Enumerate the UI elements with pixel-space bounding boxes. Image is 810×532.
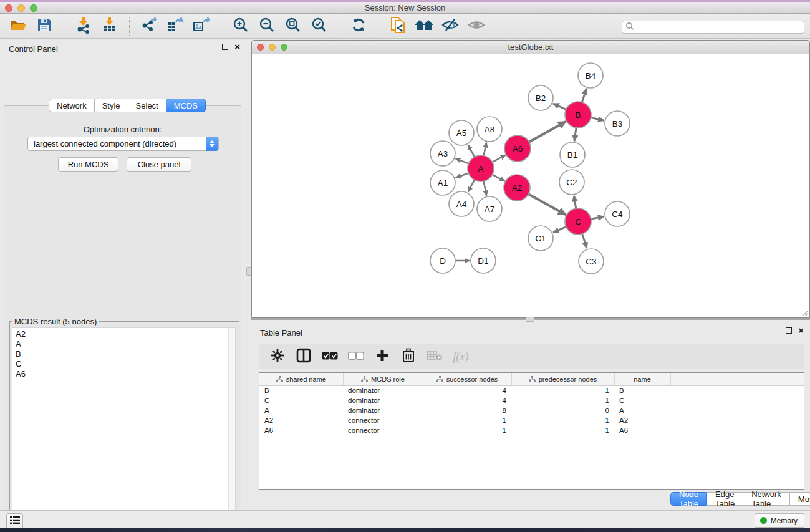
edge-B-B4[interactable] [582, 89, 586, 103]
node-A4[interactable]: A4 [449, 191, 474, 216]
network-canvas[interactable]: B4B2BB3A5A8A6A3B1AA1C2A2A4A7C4CC1C3DD1 [252, 54, 809, 317]
open-session-button[interactable] [7, 16, 29, 36]
import-network-button[interactable] [73, 16, 94, 36]
zoom-in-button[interactable] [230, 16, 251, 36]
mcds-result-item[interactable]: B [16, 349, 235, 359]
node-C4[interactable]: C4 [605, 201, 630, 226]
node-B3[interactable]: B3 [605, 111, 630, 136]
table-row[interactable]: Cdominator41C [259, 395, 804, 405]
column-header-successor-nodes[interactable]: successor nodes [423, 373, 511, 385]
close-panel-icon[interactable]: × [234, 44, 240, 50]
zoom-selected-button[interactable] [309, 16, 330, 36]
mcds-result-item[interactable]: A6 [16, 369, 235, 379]
resize-grip-icon[interactable] [800, 308, 809, 317]
tab-select[interactable]: Select [128, 99, 166, 112]
column-header-shared-name[interactable]: shared name [259, 373, 343, 385]
export-image-button[interactable] [191, 16, 212, 36]
node-B1[interactable]: B1 [560, 142, 585, 167]
tab-network-table[interactable]: Network Table [743, 492, 790, 506]
vertical-splitter-handle[interactable] [246, 267, 251, 276]
node-A2[interactable]: A2 [504, 175, 530, 201]
table-row[interactable]: A2connector11A2 [259, 415, 804, 425]
edge-C-C4[interactable] [591, 216, 604, 219]
import-table-button[interactable] [99, 16, 120, 36]
memory-button[interactable]: Memory [755, 513, 804, 528]
mcds-result-item[interactable]: C [16, 359, 235, 369]
hide-graphics-details-button[interactable] [440, 16, 461, 36]
network-zoom-button[interactable] [281, 44, 287, 51]
search-input[interactable] [637, 21, 804, 33]
network-graph[interactable]: B4B2BB3A5A8A6A3B1AA1C2A2A4A7C4CC1C3DD1 [252, 54, 809, 317]
node-A1[interactable]: A1 [430, 170, 455, 195]
node-A3[interactable]: A3 [430, 141, 455, 166]
tab-style[interactable]: Style [95, 99, 128, 112]
tab-network[interactable]: Network [49, 99, 95, 112]
edge-C-C2[interactable] [574, 196, 576, 210]
tab-edge-table[interactable]: Edge Table [707, 492, 743, 506]
column-header-mcds-role[interactable]: MCDS role [343, 373, 423, 385]
refresh-button[interactable] [348, 16, 369, 36]
export-table-button[interactable] [165, 16, 186, 36]
edge-B-B1[interactable] [574, 127, 576, 141]
tab-node-table[interactable]: Node Table [670, 492, 707, 506]
table-row[interactable]: A6connector11A6 [259, 425, 804, 435]
zoom-window-button[interactable] [30, 4, 37, 12]
node-D1[interactable]: D1 [471, 248, 496, 273]
close-table-panel-icon[interactable]: × [798, 327, 804, 334]
function-builder-button[interactable]: f(x) [452, 348, 470, 365]
edge-A-A8[interactable] [483, 142, 486, 156]
float-panel-icon[interactable] [222, 44, 228, 50]
edge-C-C3[interactable] [582, 233, 587, 248]
edge-A-A1[interactable] [456, 173, 470, 178]
result-scrollbar[interactable] [228, 328, 235, 530]
node-B[interactable]: B [565, 102, 591, 128]
edge-B-B2[interactable] [553, 104, 567, 110]
node-D[interactable]: D [430, 248, 455, 273]
edge-A-A7[interactable] [483, 181, 486, 196]
edge-A2-C[interactable] [528, 194, 566, 215]
network-window-titlebar[interactable]: testGlobe.txt [252, 41, 809, 54]
node-B4[interactable]: B4 [578, 63, 603, 88]
edge-A-A4[interactable] [468, 180, 475, 192]
tab-mcds[interactable]: MCDS [166, 99, 206, 112]
node-B2[interactable]: B2 [528, 85, 553, 110]
horizontal-splitter-handle[interactable] [526, 317, 534, 322]
show-graphics-details-button[interactable] [466, 16, 487, 36]
select-all-columns-button[interactable] [321, 348, 339, 365]
run-mcds-button[interactable]: Run MCDS [58, 157, 118, 172]
home-networks-button[interactable] [413, 16, 435, 36]
clone-network-button[interactable] [387, 16, 408, 36]
edge-B-B3[interactable] [591, 117, 604, 120]
criterion-dropdown[interactable]: largest connected component (directed) [27, 137, 219, 151]
edge-A-A5[interactable] [468, 145, 475, 157]
node-C[interactable]: C [565, 208, 591, 235]
search-box[interactable] [622, 21, 804, 34]
node-A[interactable]: A [468, 155, 494, 181]
edge-A-A3[interactable] [455, 158, 469, 164]
node-C1[interactable]: C1 [528, 226, 553, 251]
mcds-result-item[interactable]: A [16, 339, 235, 349]
export-network-button[interactable] [138, 16, 160, 36]
float-table-panel-icon[interactable] [786, 327, 792, 334]
show-columns-button[interactable] [295, 348, 312, 365]
edge-A6-B[interactable] [528, 122, 566, 143]
edge-A-A2[interactable] [492, 174, 505, 181]
zoom-out-button[interactable] [256, 16, 277, 36]
column-header-name[interactable]: name [614, 373, 670, 385]
node-C2[interactable]: C2 [559, 170, 584, 195]
deselect-all-columns-button[interactable] [347, 348, 365, 365]
delete-table-button[interactable] [426, 348, 443, 365]
table-settings-button[interactable] [269, 348, 286, 365]
zoom-fit-button[interactable] [282, 16, 304, 36]
edge-C-C1[interactable] [553, 226, 567, 233]
node-C3[interactable]: C3 [579, 249, 604, 274]
column-header-predecessor-nodes[interactable]: predecessor nodes [511, 373, 614, 385]
mcds-result-list[interactable]: A2 A B C A6 [12, 327, 236, 531]
node-A8[interactable]: A8 [477, 117, 502, 142]
create-column-button[interactable] [374, 348, 391, 365]
task-history-button[interactable] [6, 513, 23, 529]
network-close-button[interactable] [257, 44, 264, 51]
close-window-button[interactable] [5, 4, 12, 12]
table-row[interactable]: Bdominator41B [259, 385, 804, 395]
edge-A-A6[interactable] [492, 155, 506, 162]
